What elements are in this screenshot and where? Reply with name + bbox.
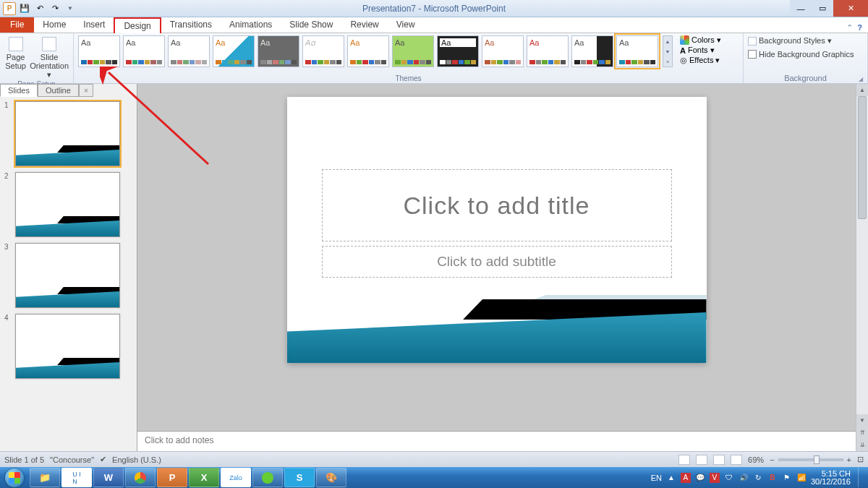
tray-network-icon[interactable]: 📶 xyxy=(796,473,807,483)
reading-view-button[interactable] xyxy=(713,455,725,465)
background-styles-icon xyxy=(748,37,757,46)
close-button[interactable]: ✕ xyxy=(833,0,868,17)
maximize-button[interactable]: ▭ xyxy=(812,0,833,17)
taskbar-unikey[interactable]: U IN xyxy=(61,468,92,487)
scroll-up-icon[interactable]: ▲ xyxy=(856,84,868,96)
effects-icon: ◎ xyxy=(680,56,687,65)
tray-shield-icon[interactable]: 🛡 xyxy=(724,473,734,483)
taskbar-coccoc[interactable] xyxy=(252,468,283,487)
theme-thumb-7[interactable]: Aa xyxy=(347,35,389,67)
prev-slide-icon[interactable]: ⇈ xyxy=(856,427,868,439)
zoom-out-button[interactable]: − xyxy=(770,455,774,464)
theme-thumb-2[interactable]: Aa xyxy=(123,35,165,67)
spellcheck-icon[interactable]: ✔ xyxy=(100,455,106,464)
start-button[interactable] xyxy=(0,467,29,488)
qat-more-icon[interactable]: ▼ xyxy=(64,2,77,15)
background-styles-button[interactable]: Background Styles ▾ xyxy=(748,35,832,46)
close-panel-button[interactable]: × xyxy=(79,84,93,97)
language-indicator[interactable]: English (U.S.) xyxy=(112,455,161,464)
minimize-ribbon-icon[interactable]: ⌃ xyxy=(846,23,853,33)
taskbar-word[interactable]: W xyxy=(93,468,124,487)
theme-thumb-5[interactable]: Aa xyxy=(258,35,299,67)
taskbar-explorer[interactable]: 📁 xyxy=(30,468,60,487)
fit-to-window-button[interactable]: ⊡ xyxy=(857,455,864,464)
theme-thumb-10[interactable]: Aa xyxy=(482,35,524,67)
minimize-button[interactable]: — xyxy=(790,0,812,17)
ribbon: Page Setup Slide Orientation ▾ Page Setu… xyxy=(0,33,868,84)
theme-fonts-button[interactable]: AFonts ▾ xyxy=(680,46,721,55)
theme-thumb-3[interactable]: Aa xyxy=(168,35,210,67)
tray-volume-icon[interactable]: 🔊 xyxy=(739,473,749,483)
undo-icon[interactable]: ↶ xyxy=(33,2,46,15)
tray-language[interactable]: EN xyxy=(651,474,662,482)
tray-flag-icon[interactable]: ⚑ xyxy=(782,473,792,483)
theme-thumb-11[interactable]: Aa xyxy=(527,35,569,67)
background-group-label: Background◢ xyxy=(748,73,863,82)
slides-tab[interactable]: Slides xyxy=(0,84,38,97)
taskbar-zalo[interactable]: Zalo xyxy=(221,468,251,487)
themes-gallery-scroll[interactable]: ▲▼≡ xyxy=(663,35,673,67)
vertical-scrollbar[interactable]: ▲ ▼ ⇈ ⇊ xyxy=(856,84,868,451)
theme-thumb-1[interactable]: Aa xyxy=(78,35,120,67)
design-tab[interactable]: Design xyxy=(114,17,161,33)
outline-tab[interactable]: Outline xyxy=(38,84,79,97)
slideshow-view-button[interactable] xyxy=(731,455,742,465)
theme-colors-button[interactable]: Colors ▾ xyxy=(680,35,721,45)
slideshow-tab[interactable]: Slide Show xyxy=(281,17,341,33)
theme-thumb-8[interactable]: Aa xyxy=(392,35,434,67)
tray-chat-icon[interactable]: 💬 xyxy=(695,473,705,483)
show-desktop-button[interactable] xyxy=(858,468,864,487)
taskbar-skype[interactable]: S xyxy=(284,468,315,487)
tray-b-icon[interactable]: B xyxy=(767,473,778,483)
theme-thumb-13[interactable]: Aa xyxy=(616,35,658,67)
zoom-in-button[interactable]: + xyxy=(847,455,851,464)
slide-panel: 1 2 3 4 xyxy=(0,84,137,451)
zoom-slider[interactable] xyxy=(778,458,843,461)
redo-icon[interactable]: ↷ xyxy=(48,2,61,15)
fonts-icon: A xyxy=(680,46,686,55)
animations-tab[interactable]: Animations xyxy=(221,17,281,33)
view-tab[interactable]: View xyxy=(388,17,424,33)
transitions-tab[interactable]: Transitions xyxy=(161,17,221,33)
title-placeholder[interactable]: Click to add title xyxy=(322,169,672,241)
theme-thumb-12[interactable]: Aa xyxy=(571,35,613,67)
next-slide-icon[interactable]: ⇊ xyxy=(856,439,868,451)
theme-thumb-4[interactable]: Aa xyxy=(213,35,255,67)
tray-adobe-icon[interactable]: A xyxy=(681,473,691,483)
help-icon[interactable]: ? xyxy=(857,23,862,33)
home-tab[interactable]: Home xyxy=(34,17,75,33)
insert-tab[interactable]: Insert xyxy=(75,17,114,33)
slide-thumbnail-2[interactable] xyxy=(15,172,120,237)
powerpoint-icon[interactable]: P xyxy=(3,2,16,15)
slide-thumbnail-4[interactable] xyxy=(15,314,120,379)
save-icon[interactable]: 💾 xyxy=(18,2,31,15)
theme-effects-button[interactable]: ◎Effects ▾ xyxy=(680,56,721,65)
taskbar-chrome[interactable] xyxy=(125,468,156,487)
slide-canvas[interactable]: Click to add title Click to add subtitle xyxy=(287,97,707,363)
scroll-down-icon[interactable]: ▼ xyxy=(856,414,868,427)
tray-v-icon[interactable]: V xyxy=(710,473,720,483)
taskbar-powerpoint[interactable]: P xyxy=(157,468,187,487)
notes-pane[interactable]: Click to add notes xyxy=(137,431,856,451)
zoom-level[interactable]: 69% xyxy=(748,455,764,464)
review-tab[interactable]: Review xyxy=(341,17,387,33)
slide-orientation-button[interactable]: Slide Orientation ▾ xyxy=(30,35,69,80)
dialog-launcher-icon[interactable]: ◢ xyxy=(859,76,863,82)
file-tab[interactable]: File xyxy=(0,17,34,33)
sorter-view-button[interactable] xyxy=(696,455,707,465)
tray-sync-icon[interactable]: ↻ xyxy=(753,473,763,483)
slide-thumbnail-1[interactable] xyxy=(15,101,120,166)
hide-background-checkbox[interactable]: Hide Background Graphics xyxy=(748,49,854,59)
subtitle-placeholder[interactable]: Click to add subtitle xyxy=(322,246,672,278)
slide-thumbnail-3[interactable] xyxy=(15,243,120,308)
taskbar-excel[interactable]: X xyxy=(189,468,219,487)
theme-thumb-9[interactable]: Aa xyxy=(437,35,479,67)
normal-view-button[interactable] xyxy=(678,455,690,465)
tray-clock[interactable]: 5:15 CH30/12/2016 xyxy=(811,470,854,486)
colors-icon xyxy=(680,35,689,45)
tray-up-icon[interactable]: ▲ xyxy=(666,473,676,483)
system-tray: EN ▲ A 💬 V 🛡 🔊 ↻ B ⚑ 📶 5:15 CH30/12/2016 xyxy=(651,468,864,487)
taskbar-paint[interactable]: 🎨 xyxy=(316,468,346,487)
theme-thumb-6[interactable]: Aɑ xyxy=(302,35,344,67)
page-setup-button[interactable]: Page Setup xyxy=(4,35,27,70)
